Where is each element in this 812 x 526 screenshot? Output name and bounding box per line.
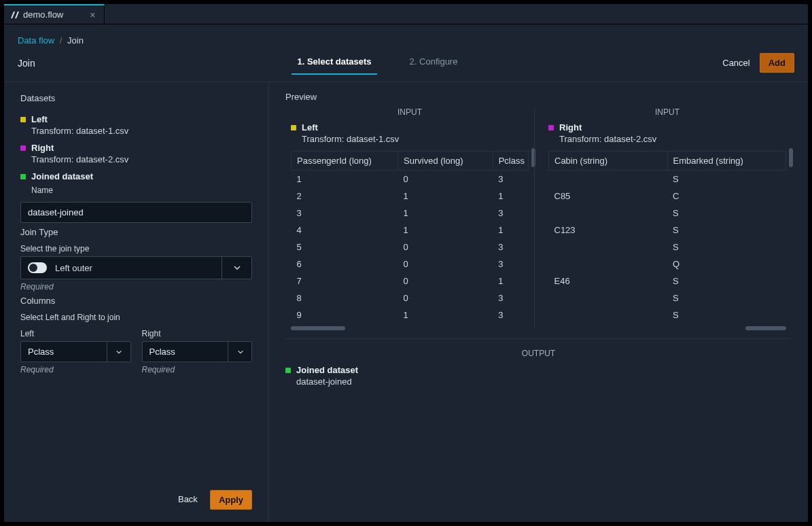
cancel-button[interactable]: Cancel <box>720 54 752 72</box>
breadcrumb-sep: / <box>60 35 63 46</box>
close-icon[interactable]: × <box>88 10 97 20</box>
join-type-toggle[interactable] <box>28 262 47 273</box>
table-cell: S <box>667 290 786 306</box>
columns-hint: Select Left and Right to join <box>20 313 252 322</box>
table-cell: 7 <box>292 273 398 290</box>
hscroll-right[interactable] <box>745 326 786 330</box>
table-row: C123S <box>549 222 786 239</box>
input-right-table: Cabin (string)Embarked (string) SC85CSC1… <box>548 151 786 330</box>
table-row: C85C <box>549 188 786 205</box>
output-title: Joined dataset <box>296 365 358 375</box>
table-row: 803 <box>292 290 529 306</box>
preview-heading: Preview <box>285 92 792 102</box>
column-header[interactable]: Survived (long) <box>398 152 493 171</box>
output-name: dataset-joined <box>296 376 792 387</box>
table-cell: 9 <box>292 306 398 323</box>
input-right-caption: INPUT <box>548 107 786 117</box>
step-configure[interactable]: 2. Configure <box>404 51 463 75</box>
table-cell: 1 <box>398 306 493 323</box>
name-label: Name <box>31 186 252 195</box>
swatch-left-icon <box>291 125 296 130</box>
table-cell: 3 <box>493 205 528 222</box>
column-header[interactable]: Embarked (string) <box>667 152 786 171</box>
table-cell <box>549 256 668 273</box>
table-row: 103 <box>292 171 529 188</box>
table-cell: 0 <box>398 239 493 256</box>
chevron-down-icon[interactable] <box>107 341 131 362</box>
step-select-datasets[interactable]: 1. Select datasets <box>292 51 376 75</box>
input-left-title: Left <box>302 122 318 133</box>
table-row: S <box>549 205 786 222</box>
table-cell: 3 <box>292 205 398 222</box>
vscroll-right[interactable] <box>789 148 793 167</box>
table-cell: 3 <box>493 256 528 273</box>
table-cell: E46 <box>549 273 668 290</box>
input-left-caption: INPUT <box>291 107 529 117</box>
apply-button[interactable]: Apply <box>210 490 252 510</box>
dataset-left-transform: Transform: dataset-1.csv <box>31 126 252 136</box>
table-cell <box>549 290 668 306</box>
breadcrumb-current: Join <box>67 35 84 46</box>
input-right-pane: INPUT Right Transform: dataset-2.csv Cab… <box>534 107 792 330</box>
table-cell <box>549 171 668 188</box>
table-cell <box>549 239 668 256</box>
chevron-down-icon[interactable] <box>222 257 251 279</box>
table-cell: 3 <box>493 239 528 256</box>
table-cell: 0 <box>398 171 493 188</box>
file-tab-label: demo.flow <box>23 10 63 20</box>
breadcrumb-root[interactable]: Data flow <box>18 35 54 46</box>
back-button[interactable]: Back <box>175 490 200 510</box>
columns-label: Columns <box>20 296 252 306</box>
table-cell <box>549 306 668 323</box>
table-cell: 1 <box>493 273 528 290</box>
table-cell: 5 <box>292 239 398 256</box>
join-type-select[interactable]: Left outer <box>20 256 252 279</box>
table-cell: C <box>667 188 786 205</box>
table-row: 503 <box>292 239 529 256</box>
dataset-right: Right Transform: dataset-2.csv <box>20 143 252 164</box>
joined-name-input[interactable] <box>20 202 252 223</box>
table-row: S <box>549 290 786 306</box>
table-cell: 1 <box>493 222 528 239</box>
table-cell: C85 <box>549 188 668 205</box>
dataset-right-transform: Transform: dataset-2.csv <box>31 154 252 164</box>
swatch-right-icon <box>548 125 554 130</box>
join-type-label: Join Type <box>20 227 252 237</box>
add-button[interactable]: Add <box>760 53 794 73</box>
table-cell: 4 <box>292 222 398 239</box>
table-cell: 2 <box>292 188 398 205</box>
left-column-required: Required <box>20 365 131 374</box>
table-cell: 1 <box>398 205 493 222</box>
table-cell: 1 <box>398 222 493 239</box>
join-type-value: Left outer <box>55 263 92 273</box>
swatch-joined-icon <box>285 368 291 373</box>
table-cell: S <box>667 306 786 323</box>
column-header[interactable]: PassengerId (long) <box>292 152 398 171</box>
input-right-title: Right <box>559 122 582 133</box>
swatch-right-icon <box>20 145 26 151</box>
table-cell: S <box>667 205 786 222</box>
datasets-heading: Datasets <box>20 93 252 103</box>
table-row: 313 <box>292 205 529 222</box>
left-column-label: Left <box>20 329 131 338</box>
output-dataset: Joined dataset <box>285 365 792 375</box>
column-header[interactable]: Pclass <box>493 152 528 171</box>
table-cell: 8 <box>292 290 398 306</box>
join-type-hint: Select the join type <box>20 244 252 253</box>
file-tab-bar: demo.flow × <box>4 4 808 24</box>
input-left-transform: Transform: dataset-1.csv <box>302 134 529 144</box>
output-caption: OUTPUT <box>285 349 792 358</box>
table-row: 603 <box>292 256 529 273</box>
table-row: S <box>549 171 786 188</box>
join-type-required: Required <box>20 282 252 292</box>
column-header[interactable]: Cabin (string) <box>549 152 668 171</box>
file-tab-demo-flow[interactable]: demo.flow × <box>4 4 105 24</box>
table-row: 701 <box>292 273 529 290</box>
hscroll-left[interactable] <box>291 326 345 330</box>
wizard-steps: 1. Select datasets 2. Configure <box>35 51 720 75</box>
preview-panel: Preview INPUT Left Transform: dataset-1.… <box>269 82 808 522</box>
chevron-down-icon[interactable] <box>228 341 252 362</box>
table-cell: C123 <box>549 222 668 239</box>
right-column-required: Required <box>142 365 253 374</box>
table-cell <box>549 205 668 222</box>
